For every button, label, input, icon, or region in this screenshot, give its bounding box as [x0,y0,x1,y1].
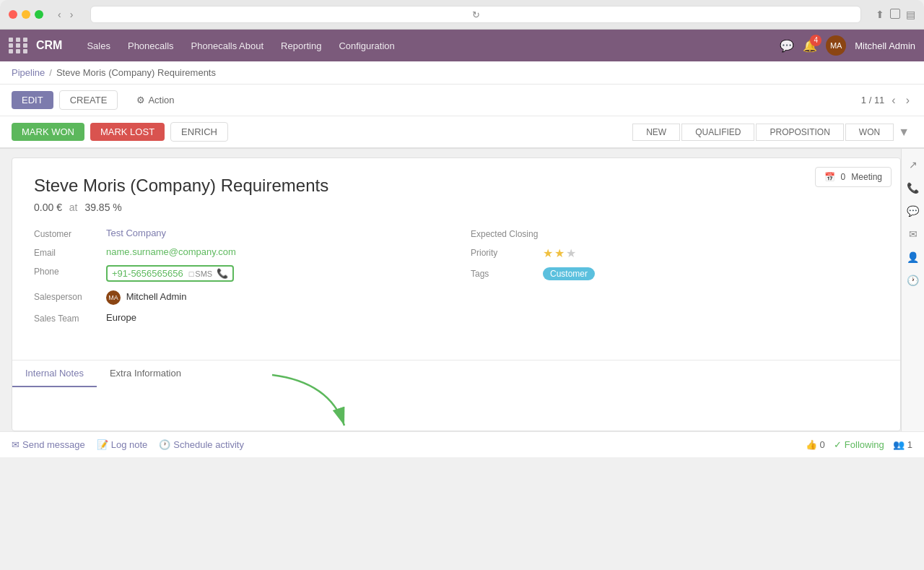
star-2[interactable]: ★ [554,246,565,260]
priority-label: Priority [471,246,543,258]
create-button[interactable]: CREATE [59,90,118,110]
forward-button[interactable]: › [67,9,77,20]
stage-qualified[interactable]: QUALIFIED [681,124,754,141]
stage-proposition[interactable]: PROPOSITION [756,124,843,141]
send-icon: ✉ [12,439,19,450]
menu-sales[interactable]: Sales [79,36,118,56]
phone-value[interactable]: +91-5656565656 [112,268,183,279]
sidebar-history-icon[interactable]: 🕐 [903,270,923,290]
stage-bar: MARK WON MARK LOST ENRICH NEW QUALIFIED … [0,116,924,149]
send-message-label: Send message [22,439,85,450]
menu-phonecalls-about[interactable]: Phonecalls About [184,36,271,56]
log-note-button[interactable]: 📝 Log note [97,439,148,450]
bottom-bar: ✉ Send message 📝 Log note 🕐 Schedule act… [0,431,924,457]
breadcrumb: Pipeline / Steve Moris (Company) Require… [0,61,924,85]
people-icon: 👥 [893,439,905,450]
log-note-label: Log note [111,439,148,450]
address-bar[interactable]: ↻ [90,6,861,23]
avatar[interactable]: MA [826,35,846,56]
breadcrumb-current: Steve Moris (Company) Requirements [56,67,216,78]
percentage-value: 39.85 [84,202,110,213]
send-message-button[interactable]: ✉ Send message [12,439,85,450]
priority-stars[interactable]: ★ ★ ★ [543,246,576,260]
expected-closing-field: Expected Closing [471,228,879,239]
app-name: CRM [36,39,62,52]
phone-call-icon[interactable]: 📞 [217,268,228,279]
fields-left: Customer Test Company Email name.surname… [34,228,442,331]
sms-button[interactable]: □ SMS [189,269,213,278]
form-card: 📅 0 Meeting Steve Moris (Company) Requir… [12,157,901,431]
breadcrumb-pipeline-link[interactable]: Pipeline [12,67,45,78]
salesperson-field: Salesperson MA Mitchell Admin [34,290,442,305]
maximize-button[interactable] [35,10,43,19]
form-title: Steve Moris (Company) Requirements [34,176,879,196]
back-button[interactable]: ‹ [55,9,64,20]
stage-won[interactable]: WON [845,124,894,141]
salesperson-avatar: MA [106,290,121,305]
likes-value: 0 [820,439,825,450]
topbar-right: 💬 🔔 4 MA Mitchell Admin [780,35,915,56]
close-button[interactable] [9,10,17,19]
sidebar-phone-icon[interactable]: 📞 [903,178,923,198]
apps-grid-icon[interactable] [9,38,29,53]
email-field: Email name.surname@company.com [34,246,442,258]
enrich-button[interactable]: ENRICH [170,122,228,142]
stage-scroll-button[interactable]: ▼ [895,126,912,139]
window-icon[interactable] [890,9,900,19]
action-button[interactable]: ⚙ Action [129,91,181,109]
edit-button[interactable]: EDIT [12,91,53,109]
gear-icon: ⚙ [136,95,145,105]
stage-new[interactable]: NEW [632,124,680,141]
salesperson-value: MA Mitchell Admin [106,290,186,305]
chat-icon[interactable]: 💬 [780,39,794,53]
phone-label: Phone [34,265,106,277]
schedule-activity-button[interactable]: 🕐 Schedule activity [159,439,244,450]
schedule-label: Schedule activity [173,439,244,450]
star-3[interactable]: ★ [566,246,576,260]
tab-extra-information[interactable]: Extra Information [97,360,194,387]
form-tabs: Internal Notes Extra Information [12,360,900,387]
tags-field: Tags Customer [471,267,879,280]
mark-lost-button[interactable]: MARK LOST [90,123,165,141]
phone-group: +91-5656565656 □ SMS 📞 [106,265,234,282]
sidebar-email-icon[interactable]: ✉ [903,224,923,244]
meeting-button[interactable]: 📅 0 Meeting [815,167,892,187]
action-bar: EDIT CREATE ⚙ Action 1 / 11 ‹ › [0,85,924,116]
menu-configuration[interactable]: Configuration [331,36,401,56]
sidebar-toggle-icon[interactable]: ▤ [906,9,915,20]
minimize-button[interactable] [22,10,30,19]
topbar: CRM Sales Phonecalls Phonecalls About Re… [0,30,924,61]
following-label: Following [845,439,884,450]
sidebar-user-icon[interactable]: 👤 [903,247,923,267]
at-text: at [69,202,78,213]
customer-value[interactable]: Test Company [106,228,166,238]
likes-count[interactable]: 👍 0 [806,439,825,450]
customer-label: Customer [34,228,106,239]
followers-count[interactable]: 👥 1 [893,439,912,450]
menu-reporting[interactable]: Reporting [274,36,328,56]
activity-icon[interactable]: 🔔 4 [803,39,817,53]
following-button[interactable]: ✓ Following [834,439,884,450]
email-value[interactable]: name.surname@company.com [106,246,236,257]
bottom-right: 👍 0 ✓ Following 👥 1 [806,439,912,450]
star-1[interactable]: ★ [543,246,553,260]
fields-right: Expected Closing Priority ★ ★ ★ [471,228,879,331]
share-icon[interactable]: ⬆ [876,9,884,20]
check-icon: ✓ [834,439,842,450]
form-amount: 0.00 € at 39.85 % [34,202,879,213]
sidebar-chat-icon[interactable]: 💬 [903,201,923,221]
mark-won-button[interactable]: MARK WON [12,123,84,141]
sms-icon: □ [189,269,194,278]
followers-value: 1 [907,439,912,450]
menu-phonecalls[interactable]: Phonecalls [121,36,181,56]
pager-prev-button[interactable]: ‹ [889,94,898,107]
amount-value: 0.00 [34,202,53,213]
tab-content [12,387,900,431]
clock-icon: 🕐 [159,439,170,450]
tab-internal-notes[interactable]: Internal Notes [12,360,97,387]
action-label: Action [148,95,174,105]
pager-next-button[interactable]: › [903,94,912,107]
sidebar-external-icon[interactable]: ↗ [903,155,923,175]
form-wrapper: 📅 0 Meeting Steve Moris (Company) Requir… [0,149,901,431]
tag-customer[interactable]: Customer [543,267,595,280]
